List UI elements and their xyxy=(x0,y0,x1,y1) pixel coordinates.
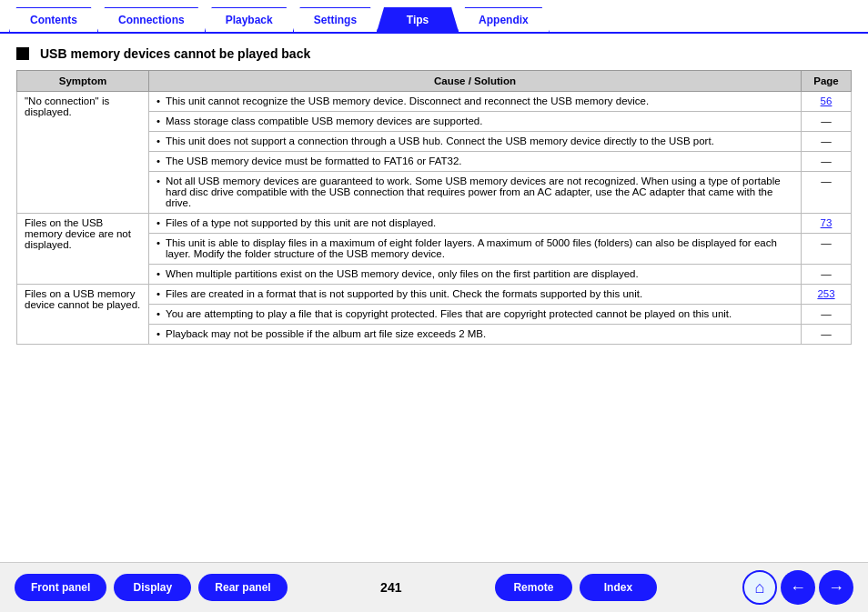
bottom-nav-buttons-right: RemoteIndex xyxy=(495,574,657,601)
navigation-tabs: ContentsConnectionsPlaybackSettingsTipsA… xyxy=(0,0,868,34)
cause-cell: Not all USB memory devices are guarantee… xyxy=(149,172,802,214)
nav-tab-contents[interactable]: Contents xyxy=(9,7,98,32)
cause-cell: This unit cannot recognize the USB memor… xyxy=(149,92,802,112)
page-link[interactable]: 253 xyxy=(817,288,834,299)
bullet-item: This unit cannot recognize the USB memor… xyxy=(156,95,793,106)
cause-cell: Files of a type not supported by this un… xyxy=(149,214,802,234)
display-button[interactable]: Display xyxy=(114,574,191,601)
page-cell: — xyxy=(802,234,852,265)
symptom-cell: "No connection" is displayed. xyxy=(17,92,149,214)
usb-table: Symptom Cause / Solution Page "No connec… xyxy=(16,70,852,345)
col-header-page: Page xyxy=(802,71,852,92)
page-link[interactable]: 73 xyxy=(821,217,833,228)
rear-panel-button[interactable]: Rear panel xyxy=(198,574,287,601)
page-link[interactable]: 56 xyxy=(821,95,833,106)
page-cell: 253 xyxy=(802,285,852,305)
table-row: Files on a USB memory device cannot be p… xyxy=(17,285,852,305)
front-panel-button[interactable]: Front panel xyxy=(15,574,106,601)
cause-cell: Files are created in a format that is no… xyxy=(149,285,802,305)
bullet-item: Not all USB memory devices are guarantee… xyxy=(156,176,793,208)
bullet-item: Mass storage class compatible USB memory… xyxy=(156,115,793,126)
page-cell: — xyxy=(802,305,852,325)
cause-cell: This unit does not support a connection … xyxy=(149,132,802,152)
nav-tab-tips[interactable]: Tips xyxy=(377,7,459,32)
table-row: Files on the USB memory device are not d… xyxy=(17,214,852,234)
index-button[interactable]: Index xyxy=(580,574,657,601)
heading-square-icon xyxy=(16,47,29,60)
page-cell: — xyxy=(802,132,852,152)
nav-tab-connections[interactable]: Connections xyxy=(97,7,206,32)
table-row: "No connection" is displayed.This unit c… xyxy=(17,92,852,112)
cause-cell: Playback may not be possible if the albu… xyxy=(149,325,802,345)
bullet-item: This unit is able to display files in a … xyxy=(156,237,793,259)
main-content: USB memory devices cannot be played back… xyxy=(0,34,868,354)
page-cell: 73 xyxy=(802,214,852,234)
bullet-item: Playback may not be possible if the albu… xyxy=(156,328,793,339)
section-heading: USB memory devices cannot be played back xyxy=(16,46,852,61)
bottom-nav-buttons: Front panelDisplayRear panel xyxy=(15,574,288,601)
remote-button[interactable]: Remote xyxy=(495,574,572,601)
bottom-navigation-bar: Front panelDisplayRear panel 241 RemoteI… xyxy=(0,562,868,612)
cause-cell: When multiple partitions exist on the US… xyxy=(149,265,802,285)
page-cell: 56 xyxy=(802,92,852,112)
bullet-item: Files of a type not supported by this un… xyxy=(156,217,793,228)
home-button[interactable]: ⌂ xyxy=(742,570,777,605)
page-cell: — xyxy=(802,112,852,132)
col-header-cause: Cause / Solution xyxy=(149,71,802,92)
page-cell: — xyxy=(802,325,852,345)
col-header-symptom: Symptom xyxy=(17,71,149,92)
back-button[interactable]: ← xyxy=(781,570,815,605)
bottom-icon-buttons: ⌂ ← → xyxy=(742,570,853,605)
bullet-item: The USB memory device must be formatted … xyxy=(156,156,793,166)
bullet-item: When multiple partitions exist on the US… xyxy=(156,268,793,279)
page-number: 241 xyxy=(373,580,409,595)
page-cell: — xyxy=(802,265,852,285)
nav-tab-settings[interactable]: Settings xyxy=(293,7,378,32)
symptom-cell: Files on a USB memory device cannot be p… xyxy=(17,285,149,345)
bullet-item: Files are created in a format that is no… xyxy=(156,288,793,299)
page-cell: — xyxy=(802,172,852,214)
forward-button[interactable]: → xyxy=(819,570,853,605)
cause-cell: You are attempting to play a file that i… xyxy=(149,305,802,325)
cause-cell: This unit is able to display files in a … xyxy=(149,234,802,265)
cause-cell: The USB memory device must be formatted … xyxy=(149,152,802,172)
nav-tab-appendix[interactable]: Appendix xyxy=(458,7,550,32)
bullet-item: You are attempting to play a file that i… xyxy=(156,308,793,319)
nav-tab-playback[interactable]: Playback xyxy=(205,7,294,32)
page-cell: — xyxy=(802,152,852,172)
bullet-item: This unit does not support a connection … xyxy=(156,135,793,146)
symptom-cell: Files on the USB memory device are not d… xyxy=(17,214,149,285)
section-title: USB memory devices cannot be played back xyxy=(40,46,310,61)
cause-cell: Mass storage class compatible USB memory… xyxy=(149,112,802,132)
